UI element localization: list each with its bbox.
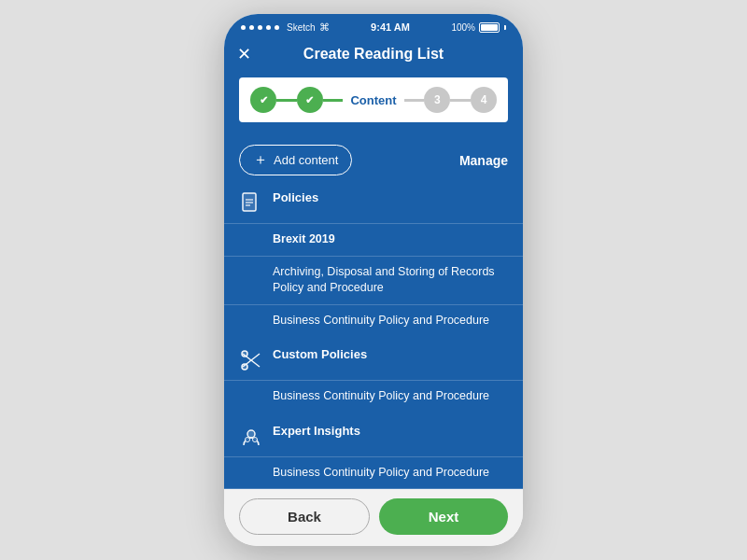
battery-tip (504, 25, 506, 30)
expert-insights-title: Expert Insights (273, 424, 508, 438)
step-label: Content (350, 93, 396, 107)
archiving-item-text: Archiving, Disposal and Storing of Recor… (273, 264, 508, 297)
toolbar-row: ＋ Add content Manage (224, 135, 523, 183)
section-expert-insights: Expert Insights (224, 416, 523, 456)
wifi-icon: ⌘ (319, 21, 330, 34)
page-header: ✕ Create Reading List (224, 40, 523, 72)
list-item-expert-business-continuity-1[interactable]: Business Continuity Policy and Procedure (224, 456, 523, 489)
svg-point-6 (242, 364, 247, 370)
business-continuity-policies-text: Business Continuity Policy and Procedure (273, 313, 508, 329)
status-app-name: Sketch (287, 22, 316, 33)
status-dot-5 (275, 25, 279, 30)
phone-frame: Sketch ⌘ 9:41 AM 100% ✕ Create Reading L… (224, 14, 523, 546)
bottom-nav: Back Next (224, 489, 523, 546)
next-button[interactable]: Next (379, 498, 508, 535)
battery-label: 100% (451, 22, 475, 33)
status-dot-4 (266, 25, 271, 30)
expert-business-text-1: Business Continuity Policy and Procedure (273, 465, 508, 482)
section-custom-policies: Custom Policies (224, 340, 523, 380)
custom-policies-title: Custom Policies (273, 347, 508, 361)
page-title: Create Reading List (303, 46, 444, 63)
list-scroll: Policies Brexit 2019 Archiving, Disposal… (224, 183, 523, 489)
expert-insights-icon (239, 425, 263, 449)
status-time: 9:41 AM (371, 21, 410, 33)
section-policies: Policies (224, 183, 523, 223)
document-icon (239, 191, 263, 216)
battery-fill (481, 24, 498, 31)
step-1: ✔ (250, 87, 276, 113)
progress-track: ✔ ✔ Content 3 4 (239, 77, 508, 122)
content-area: ＋ Add content Manage Policies (224, 135, 523, 489)
step-1-check: ✔ (260, 94, 268, 106)
policies-title: Policies (273, 190, 508, 204)
step-4: 4 (471, 87, 497, 113)
list-item-archiving[interactable]: Archiving, Disposal and Storing of Recor… (224, 256, 523, 304)
step-3-number: 3 (434, 93, 441, 106)
custom-policies-body: Custom Policies (273, 347, 508, 363)
status-bar: Sketch ⌘ 9:41 AM 100% (224, 14, 523, 40)
add-content-button[interactable]: ＋ Add content (239, 145, 352, 175)
status-left: Sketch ⌘ (241, 21, 330, 34)
step-connector-1 (276, 99, 297, 102)
custom-business-text: Business Continuity Policy and Procedure (273, 388, 508, 405)
status-right: 100% (451, 22, 506, 33)
add-content-label: Add content (274, 153, 338, 167)
list-item-brexit[interactable]: Brexit 2019 (224, 223, 523, 256)
progress-area: ✔ ✔ Content 3 4 (224, 72, 523, 135)
policies-body: Policies (273, 190, 508, 206)
battery-bar (479, 22, 500, 33)
back-button[interactable]: Back (239, 498, 370, 535)
manage-button[interactable]: Manage (459, 153, 508, 168)
status-dot-2 (249, 25, 254, 30)
list-item-custom-business-continuity[interactable]: Business Continuity Policy and Procedure (224, 380, 523, 413)
svg-point-9 (246, 437, 250, 441)
step-connector-3 (404, 99, 425, 102)
svg-point-7 (242, 351, 247, 357)
step-connector-2 (323, 99, 344, 102)
add-icon: ＋ (253, 150, 268, 170)
step-3: 3 (424, 87, 450, 113)
status-dot-3 (258, 25, 262, 30)
status-dot-1 (241, 25, 246, 30)
list-item-business-continuity-policies[interactable]: Business Continuity Policy and Procedure (224, 304, 523, 337)
custom-policies-icon (239, 348, 263, 372)
step-2-check: ✔ (305, 94, 314, 106)
svg-point-10 (253, 437, 258, 441)
step-4-number: 4 (481, 93, 487, 106)
expert-insights-body: Expert Insights (273, 424, 508, 440)
svg-point-8 (247, 430, 255, 438)
brexit-item-text: Brexit 2019 (273, 231, 508, 248)
close-button[interactable]: ✕ (237, 44, 251, 64)
step-2: ✔ (297, 87, 323, 113)
step-connector-4 (450, 99, 471, 102)
